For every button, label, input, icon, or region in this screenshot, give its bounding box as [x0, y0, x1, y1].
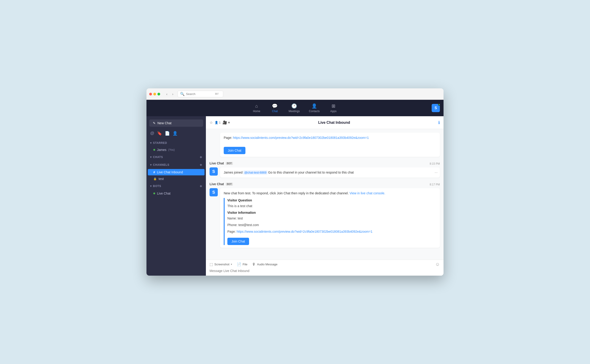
message-block-1: Page: https://www.socialintents.com/prev… [210, 133, 440, 157]
screenshot-label: Screenshot [214, 263, 229, 266]
new-chat-button[interactable]: ✎ New Chat [149, 119, 203, 127]
nav-item-apps[interactable]: ⊞ Apps [324, 101, 343, 115]
home-icon: ⌂ [255, 104, 258, 109]
message-content-2: James joined @chat-test-6869 Go to this … [220, 167, 440, 178]
nav-label-chat: Chat [272, 110, 278, 113]
starred-section: ▾ STARRED James (You) [146, 140, 206, 153]
bots-section-header[interactable]: ▾ BOTS + [146, 182, 206, 190]
message-bubble-3: New chat from test. To respond, click Jo… [220, 188, 440, 248]
mention-tag: @chat-test-6869 [243, 171, 267, 175]
screenshot-icon: ⬚ [210, 262, 213, 266]
avatar-letter: S [435, 106, 437, 110]
screenshot-button[interactable]: ⬚ Screenshot ▾ [210, 262, 232, 266]
search-input[interactable] [186, 92, 213, 96]
audio-label: Audio Message [257, 263, 278, 266]
message-row-1: Page: https://www.socialintents.com/prev… [210, 133, 440, 157]
join-chat-button-3[interactable]: Join Chat [227, 238, 249, 245]
file-button[interactable]: 📄 File [237, 262, 247, 266]
add-channel-button[interactable]: + [200, 163, 202, 167]
nav-back-button[interactable]: ‹ [164, 91, 169, 97]
visitor-phone: Phone: test@test.com [227, 223, 436, 228]
bots-section: ▾ BOTS + Live Chat [146, 182, 206, 197]
nav-forward-button[interactable]: › [170, 91, 175, 97]
view-live-chat-link[interactable]: View in live chat console. [350, 191, 385, 195]
add-bot-button[interactable]: + [200, 184, 202, 188]
files-icon[interactable]: 📄 [165, 131, 170, 136]
sidebar-item-test[interactable]: 🔒 test [148, 176, 205, 182]
chats-section-header[interactable]: ▾ CHATS + [146, 153, 206, 161]
emoji-button[interactable]: ☺ [435, 262, 440, 267]
message-block-3: Live Chat BOT 8:17 PM S New chat from te… [210, 182, 440, 248]
sidebar-item-live-chat-inbound[interactable]: # Live Chat Inbound [148, 169, 205, 175]
contacts-icon: 👤 [312, 103, 317, 109]
mentions-icon[interactable]: @ [150, 131, 154, 136]
audio-button[interactable]: 🎙 Audio Message [252, 262, 278, 266]
chevron-down-icon-bots: ▾ [150, 184, 152, 188]
status-dot-live-chat [153, 193, 155, 194]
page-link-3[interactable]: https://www.socialintents.com/preview.do… [237, 230, 372, 233]
join-chat-button-1[interactable]: Join Chat [224, 147, 245, 154]
message-content-1: Page: https://www.socialintents.com/prev… [220, 133, 440, 157]
bot-badge-2: BOT [226, 162, 233, 165]
minimize-button[interactable] [153, 93, 156, 95]
close-button[interactable] [149, 93, 152, 95]
live-chat-inbound-label: Live Chat Inbound [157, 170, 183, 174]
james-you-label: (You) [168, 148, 175, 151]
message-avatar-2: S [210, 167, 218, 176]
chat-toolbar: ⬚ Screenshot ▾ 📄 File 🎙 Audio Message ☺ [206, 260, 444, 267]
search-shortcut: ⌘F [215, 92, 219, 95]
sender-name-3: Live Chat [210, 182, 224, 186]
members-icon[interactable]: 👤 [172, 131, 178, 136]
members-count[interactable]: 👤 1 [215, 121, 221, 124]
edit-icon: ✎ [153, 121, 156, 125]
nav-label-apps: Apps [330, 110, 336, 113]
user-avatar[interactable]: S [432, 104, 440, 112]
nav-item-chat[interactable]: 💬 Chat [266, 101, 284, 115]
channels-section-header[interactable]: ▾ CHANNELS + [146, 161, 206, 169]
nav-item-contacts[interactable]: 👤 Contacts [304, 101, 324, 115]
live-chat-bot-label: Live Chat [157, 192, 171, 195]
apps-icon: ⊞ [331, 103, 335, 109]
bookmarks-icon[interactable]: 🔖 [157, 131, 162, 136]
sidebar-item-james[interactable]: James (You) [148, 147, 205, 153]
chat-icon: 💬 [272, 103, 278, 109]
message-time-2: 8:15 PM [430, 162, 440, 165]
screenshot-dropdown-icon[interactable]: ▾ [231, 263, 232, 266]
message-time-3: 8:17 PM [430, 183, 440, 186]
page-link-1[interactable]: https://www.socialintents.com/preview.do… [233, 136, 369, 140]
nav-label-home: Home [253, 110, 260, 113]
chat-title: Live Chat Inbound [233, 121, 436, 125]
message-input[interactable] [210, 269, 440, 273]
message-row-3: S New chat from test. To respond, click … [210, 188, 440, 248]
visitor-page: Page: https://www.socialintents.com/prev… [227, 229, 436, 234]
info-icon[interactable]: ℹ [438, 120, 440, 125]
nav-item-home[interactable]: ⌂ Home [247, 102, 266, 115]
new-chat-label: New Chat [158, 121, 171, 125]
starred-label: STARRED [153, 141, 167, 144]
message-bubble-1: Page: https://www.socialintents.com/prev… [220, 133, 440, 157]
video-icon[interactable]: 🎥 ▾ [223, 120, 230, 125]
channels-label: CHANNELS [153, 163, 169, 166]
visitor-question-label: Visitor Question [227, 198, 436, 203]
page-label-3: Page: [227, 230, 237, 233]
chat-area: ☆ 👤 1 🎥 ▾ Live Chat Inbound ℹ Page: http [206, 116, 444, 276]
nav-arrows: ‹ › [164, 91, 175, 97]
sidebar-item-live-chat[interactable]: Live Chat [148, 190, 205, 197]
top-nav: ⌂ Home 💬 Chat 🕐 Meetings 👤 Contacts ⊞ Ap… [146, 100, 444, 116]
visitor-name: Name: test [227, 216, 436, 221]
chevron-down-icon-chats: ▾ [150, 156, 152, 159]
nav-label-contacts: Contacts [309, 110, 320, 113]
maximize-button[interactable] [158, 93, 160, 95]
more-options-icon[interactable]: ··· [435, 170, 438, 175]
chat-header: ☆ 👤 1 🎥 ▾ Live Chat Inbound ℹ [206, 116, 444, 129]
add-chat-button[interactable]: + [200, 155, 202, 159]
starred-section-header[interactable]: ▾ STARRED [146, 140, 206, 146]
chat-input-area [206, 267, 444, 276]
nav-label-meetings: Meetings [289, 110, 300, 113]
star-icon[interactable]: ☆ [210, 120, 213, 125]
nav-item-meetings[interactable]: 🕐 Meetings [284, 101, 304, 115]
chats-section: ▾ CHATS + [146, 153, 206, 161]
file-icon: 📄 [237, 262, 241, 266]
search-bar[interactable]: 🔍 ⌘F [178, 91, 223, 97]
titlebar: ‹ › 🔍 ⌘F [146, 88, 444, 100]
